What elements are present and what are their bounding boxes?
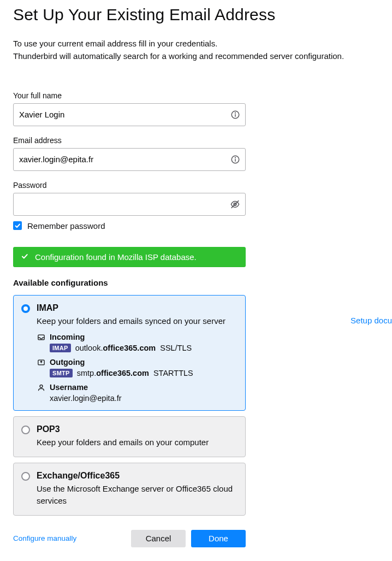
status-text: Configuration found in Mozilla ISP datab… <box>35 252 197 262</box>
username-label: Username <box>50 383 88 392</box>
radio-imap[interactable] <box>21 304 30 313</box>
info-icon[interactable] <box>230 155 240 164</box>
outbox-icon <box>37 358 45 367</box>
intro-line-2: Thunderbird will automatically search fo… <box>13 50 379 62</box>
available-configurations-label: Available configurations <box>13 278 379 287</box>
password-label: Password <box>13 181 246 190</box>
status-banner: Configuration found in Mozilla ISP datab… <box>13 247 246 267</box>
cancel-button[interactable]: Cancel <box>131 530 186 547</box>
config-title: POP3 <box>37 424 237 434</box>
full-name-input[interactable] <box>13 103 246 126</box>
config-option-exchange[interactable]: Exchange/Office365 Use the Microsoft Exc… <box>13 463 246 516</box>
remember-password-checkbox[interactable] <box>13 221 22 230</box>
config-title: IMAP <box>37 303 237 313</box>
config-option-pop3[interactable]: POP3 Keep your folders and emails on you… <box>13 416 246 457</box>
config-desc: Keep your folders and emails synced on y… <box>37 315 237 328</box>
done-button[interactable]: Done <box>191 530 246 547</box>
email-label: Email address <box>13 136 246 145</box>
outgoing-host: smtp.office365.com <box>77 369 149 377</box>
page-title: Set Up Your Existing Email Address <box>13 5 379 24</box>
config-desc: Keep your folders and emails on your com… <box>37 436 237 449</box>
setup-documentation-link[interactable]: Setup docu <box>351 316 392 325</box>
config-title: Exchange/Office365 <box>37 471 237 481</box>
imap-badge: IMAP <box>50 344 71 352</box>
password-input[interactable] <box>13 193 246 216</box>
svg-point-5 <box>235 157 236 158</box>
radio-pop3[interactable] <box>21 426 30 434</box>
inbox-icon <box>37 333 45 341</box>
intro-line-1: To use your current email address fill i… <box>13 37 379 50</box>
outgoing-label: Outgoing <box>50 358 85 367</box>
eye-off-icon[interactable] <box>230 199 240 209</box>
config-option-imap[interactable]: IMAP Keep your folders and emails synced… <box>13 295 246 411</box>
remember-password-label: Remember password <box>27 221 105 231</box>
outgoing-security: STARTTLS <box>153 369 193 377</box>
username-value: xavier.login@epita.fr <box>50 394 122 403</box>
incoming-label: Incoming <box>50 333 85 341</box>
radio-exchange[interactable] <box>21 472 30 481</box>
incoming-host: outlook.office365.com <box>75 344 156 352</box>
check-icon <box>21 252 28 262</box>
user-icon <box>37 383 45 392</box>
svg-point-10 <box>40 385 43 387</box>
config-desc: Use the Microsoft Exchange server or Off… <box>37 483 237 507</box>
info-icon[interactable] <box>230 110 240 120</box>
svg-point-2 <box>235 113 236 113</box>
full-name-label: Your full name <box>13 91 246 100</box>
email-input[interactable] <box>13 148 246 171</box>
incoming-security: SSL/TLS <box>160 344 192 352</box>
intro-text: To use your current email address fill i… <box>13 37 379 63</box>
configure-manually-link[interactable]: Configure manually <box>13 534 76 542</box>
smtp-badge: SMTP <box>50 369 73 377</box>
